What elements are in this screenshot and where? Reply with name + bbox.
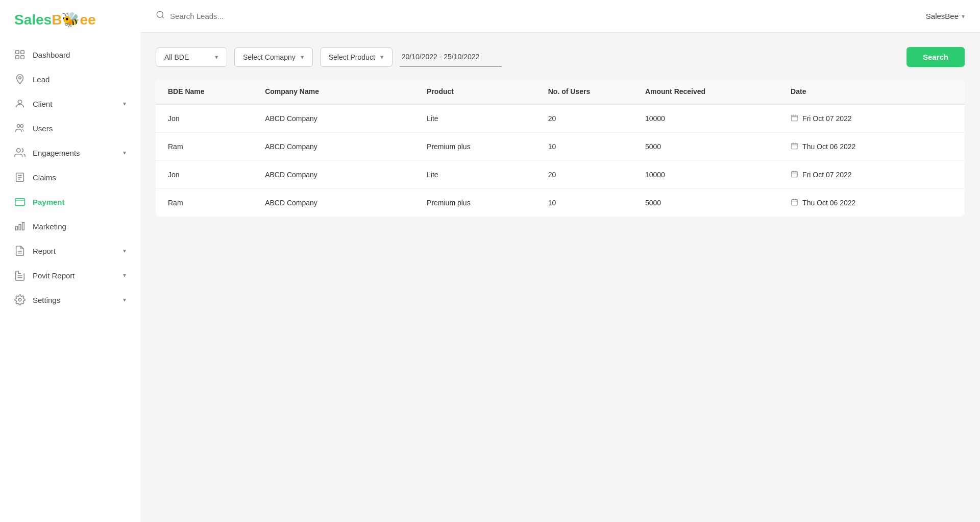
svg-rect-1 — [21, 51, 24, 54]
report-icon — [14, 245, 26, 256]
sidebar-item-client[interactable]: Client ▾ — [0, 91, 140, 116]
company-filter-label: Select Comapny — [243, 53, 296, 61]
sidebar-item-povit-report[interactable]: Povit Report ▾ — [0, 263, 140, 288]
cell-date: Thu Oct 06 2022 — [791, 142, 952, 151]
sidebar-label-users: Users — [33, 124, 126, 133]
chevron-down-icon: ▾ — [123, 272, 126, 279]
logo: SalesB🐝ee — [0, 0, 140, 37]
cell-company-name: ABCD Company — [265, 114, 427, 123]
table-row: Jon ABCD Company Lite 20 10000 Fri Oct 0… — [156, 105, 965, 133]
cell-company-name: ABCD Company — [265, 171, 427, 179]
col-date: Date — [791, 87, 952, 96]
cell-bde-name: Jon — [168, 171, 265, 179]
cell-amount: 10000 — [645, 171, 791, 179]
svg-point-6 — [17, 125, 20, 128]
search-input[interactable] — [170, 12, 323, 20]
svg-rect-13 — [15, 199, 24, 206]
data-table: BDE Name Company Name Product No. of Use… — [156, 79, 965, 217]
sidebar-label-engagements: Engagements — [33, 149, 116, 157]
calendar-icon — [791, 170, 798, 179]
sidebar-item-report[interactable]: Report ▾ — [0, 239, 140, 263]
svg-rect-25 — [792, 115, 797, 121]
sidebar-item-settings[interactable]: Settings ▾ — [0, 288, 140, 312]
cell-company-name: ABCD Company — [265, 199, 427, 207]
svg-rect-29 — [792, 144, 797, 149]
chevron-down-icon: ▾ — [123, 247, 126, 254]
col-amount: Amount Received — [645, 87, 791, 96]
cell-bde-name: Ram — [168, 143, 265, 151]
product-filter-chevron: ▾ — [380, 53, 384, 61]
sidebar: SalesB🐝ee Dashboard Lead — [0, 0, 140, 522]
payment-icon — [14, 196, 26, 207]
svg-rect-16 — [19, 224, 21, 230]
cell-amount: 5000 — [645, 199, 791, 207]
svg-point-7 — [20, 125, 23, 128]
cell-num-users: 20 — [548, 114, 645, 123]
sidebar-item-claims[interactable]: Claims — [0, 165, 140, 189]
sidebar-label-claims: Claims — [33, 173, 126, 182]
calendar-icon — [791, 142, 798, 151]
svg-point-22 — [18, 298, 21, 301]
date-range-input[interactable] — [400, 48, 502, 67]
col-company-name: Company Name — [265, 87, 427, 96]
chevron-down-icon: ▾ — [123, 296, 126, 303]
sidebar-label-dashboard: Dashboard — [33, 51, 126, 59]
sidebar-item-users[interactable]: Users — [0, 116, 140, 140]
product-filter-label: Select Product — [329, 53, 375, 61]
cell-date: Thu Oct 06 2022 — [791, 198, 952, 207]
svg-point-23 — [157, 11, 163, 17]
sidebar-item-engagements[interactable]: Engagements ▾ — [0, 140, 140, 165]
dashboard-icon — [14, 49, 26, 60]
col-product: Product — [427, 87, 548, 96]
page-body: All BDE ▾ Select Comapny ▾ Select Produc… — [140, 33, 980, 522]
svg-point-5 — [18, 100, 21, 104]
chevron-down-icon: ▾ — [123, 100, 126, 107]
cell-amount: 10000 — [645, 114, 791, 123]
svg-line-24 — [162, 16, 163, 18]
chevron-down-icon: ▾ — [123, 149, 126, 156]
bde-filter-label: All BDE — [164, 53, 189, 61]
sidebar-label-report: Report — [33, 247, 116, 255]
svg-rect-0 — [16, 51, 19, 54]
cell-num-users: 10 — [548, 143, 645, 151]
logo-text: SalesB🐝ee — [14, 11, 96, 28]
filter-bar: All BDE ▾ Select Comapny ▾ Select Produc… — [156, 47, 965, 67]
logo-bee: B🐝ee — [52, 12, 95, 28]
cell-bde-name: Jon — [168, 114, 265, 123]
sidebar-item-payment[interactable]: Payment — [0, 189, 140, 214]
product-filter[interactable]: Select Product ▾ — [320, 48, 393, 67]
sidebar-label-payment: Payment — [33, 198, 126, 206]
col-num-users: No. of Users — [548, 87, 645, 96]
search-button[interactable]: Search — [906, 47, 965, 67]
svg-point-4 — [19, 77, 21, 79]
lead-icon — [14, 74, 26, 85]
user-chevron-icon: ▾ — [962, 13, 965, 20]
cell-date: Fri Oct 07 2022 — [791, 170, 952, 179]
cell-product: Premium plus — [427, 143, 548, 151]
svg-rect-17 — [22, 223, 24, 230]
svg-rect-15 — [16, 226, 18, 230]
cell-product: Lite — [427, 114, 548, 123]
svg-rect-2 — [16, 56, 19, 59]
sidebar-item-dashboard[interactable]: Dashboard — [0, 42, 140, 67]
sidebar-item-marketing[interactable]: Marketing — [0, 214, 140, 239]
bde-filter[interactable]: All BDE ▾ — [156, 48, 227, 67]
topbar: SalesBee ▾ — [140, 0, 980, 33]
sidebar-label-povit-report: Povit Report — [33, 271, 116, 280]
cell-num-users: 20 — [548, 171, 645, 179]
table-header: BDE Name Company Name Product No. of Use… — [156, 79, 965, 105]
cell-bde-name: Ram — [168, 199, 265, 207]
sidebar-item-lead[interactable]: Lead — [0, 67, 140, 91]
povit-report-icon — [14, 270, 26, 281]
company-filter-chevron: ▾ — [301, 53, 304, 61]
sidebar-label-marketing: Marketing — [33, 222, 126, 231]
user-area[interactable]: SalesBee ▾ — [926, 12, 965, 20]
company-filter[interactable]: Select Comapny ▾ — [234, 48, 313, 67]
table-row: Ram ABCD Company Premium plus 10 5000 Th… — [156, 189, 965, 217]
client-icon — [14, 98, 26, 109]
search-wrapper — [156, 10, 926, 22]
sidebar-label-settings: Settings — [33, 296, 116, 304]
svg-rect-33 — [792, 172, 797, 177]
cell-product: Premium plus — [427, 199, 548, 207]
marketing-icon — [14, 221, 26, 232]
